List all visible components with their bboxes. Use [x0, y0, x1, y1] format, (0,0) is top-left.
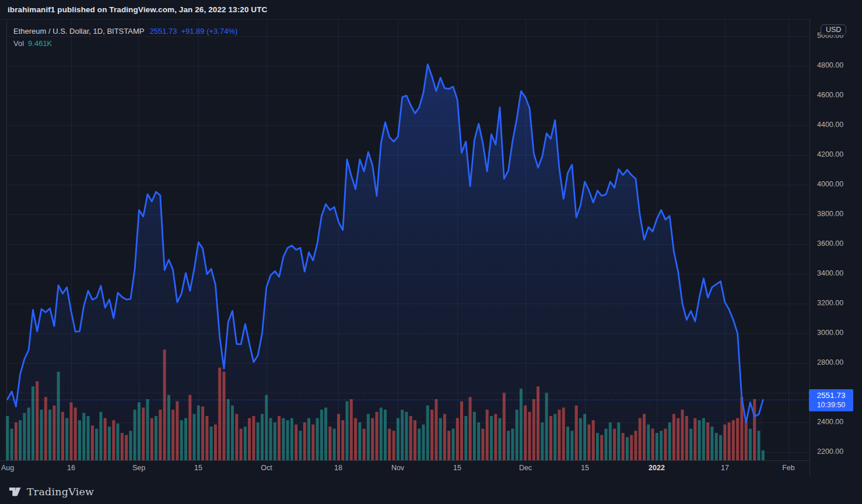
footer: TradingView — [8, 482, 94, 501]
volume-bar-down — [693, 418, 696, 460]
volume-bar-down — [524, 406, 527, 460]
volume-bar-down — [681, 410, 684, 460]
volume-bar-down — [240, 429, 243, 460]
time-scale-label: 2022 — [649, 464, 665, 472]
volume-bar-up — [422, 425, 425, 461]
volume-bar-up — [405, 412, 408, 460]
volume-bar-up — [269, 418, 272, 460]
volume-bar-up — [10, 429, 13, 460]
volume-bar-down — [414, 420, 416, 460]
volume-bar-down — [142, 408, 145, 461]
volume-bar-down — [248, 418, 251, 460]
time-scale-label: Dec — [519, 464, 532, 472]
volume-bar-up — [31, 386, 34, 460]
time-scale-label: 15 — [453, 464, 461, 472]
volume-bar-up — [65, 418, 68, 460]
currency-toggle-badge[interactable]: USD — [821, 24, 846, 36]
volume-bar-up — [57, 372, 60, 460]
volume-bar-down — [456, 418, 459, 460]
volume-bar-down — [685, 416, 688, 460]
volume-bar-up — [698, 420, 701, 460]
price-scale-label: 2200.00 — [817, 446, 843, 457]
volume-bar-up — [579, 418, 582, 460]
volume-bar-up — [689, 429, 692, 460]
volume-bar-down — [409, 416, 412, 460]
volume-bar-up — [418, 429, 421, 460]
volume-bar-down — [121, 433, 124, 460]
volume-bar-down — [528, 412, 531, 460]
chart-pane[interactable] — [0, 20, 810, 461]
volume-bar-up — [320, 410, 323, 460]
volume-bar-down — [278, 416, 281, 460]
volume-bar-up — [520, 389, 523, 460]
volume-bar-up — [609, 422, 612, 460]
volume-bar-down — [587, 425, 590, 461]
volume-bar-down — [214, 425, 217, 461]
volume-bar-down — [235, 414, 238, 460]
volume-bar-up — [656, 433, 658, 460]
price-scale-label: 4400.00 — [817, 119, 843, 130]
price-scale-label: 3000.00 — [817, 327, 843, 338]
volume-bar-down — [434, 399, 437, 460]
tradingview-logo-link[interactable]: TradingView — [8, 485, 94, 499]
volume-bar-up — [452, 429, 455, 460]
volume-bar-down — [91, 425, 94, 460]
volume-bar-down — [70, 403, 73, 461]
price-scale-label: 4600.00 — [817, 90, 843, 100]
volume-bar-down — [205, 416, 208, 460]
volume-bar-up — [138, 403, 141, 461]
volume-bar-down — [328, 427, 331, 460]
volume-bar-down — [15, 422, 17, 460]
volume-bar-down — [503, 393, 506, 460]
volume-bar-up — [257, 422, 260, 460]
volume-bar-down — [393, 431, 395, 460]
volume-bar-up — [647, 425, 650, 461]
volume-bar-down — [664, 429, 667, 460]
volume-bar-up — [210, 427, 213, 460]
volume-bar-down — [732, 420, 735, 460]
volume-bar-up — [274, 422, 276, 460]
volume-bar-up — [617, 422, 620, 460]
publish-banner-text: ibrahimanif1 published on TradingView.co… — [8, 5, 267, 14]
volume-bar-down — [350, 399, 353, 460]
time-scale-label: 15 — [194, 464, 202, 472]
volume-bar-down — [201, 407, 204, 460]
price-scale[interactable]: USD 2551.73 10:39:50 5000.004800.004600.… — [810, 19, 862, 475]
volume-bar-up — [23, 413, 26, 460]
last-price-badge-countdown: 10:39:50 — [809, 400, 853, 410]
volume-bar-down — [159, 410, 162, 460]
volume-bar-up — [758, 431, 761, 460]
time-scale-label: Feb — [782, 464, 795, 472]
volume-bar-up — [426, 406, 429, 460]
volume-bar-down — [558, 410, 560, 460]
volume-bar-up — [299, 431, 302, 460]
time-scale-label: 16 — [67, 464, 75, 472]
volume-bar-up — [261, 414, 264, 460]
volume-bar-up — [27, 408, 30, 461]
volume-bar-up — [702, 418, 705, 460]
volume-bar-down — [341, 420, 344, 460]
volume-bar-up — [48, 410, 51, 460]
time-scale-label: 15 — [581, 464, 589, 472]
volume-bar-up — [244, 427, 247, 460]
volume-bar-up — [19, 420, 22, 460]
volume-bar-up — [719, 435, 722, 460]
publish-banner: ibrahimanif1 published on TradingView.co… — [0, 0, 862, 19]
volume-bar-down — [44, 397, 47, 460]
volume-bar-up — [265, 395, 268, 460]
volume-bar-down — [295, 425, 297, 461]
volume-bar-up — [358, 422, 361, 460]
time-scale[interactable]: Aug16Sep15Oct18Nov15Dec15202217Feb — [0, 460, 862, 475]
volume-bar-down — [223, 372, 226, 460]
volume-bar-up — [583, 414, 586, 460]
volume-bar-down — [337, 414, 340, 460]
volume-bar-down — [736, 418, 739, 460]
volume-bar-up — [367, 414, 370, 460]
volume-bar-up — [6, 416, 9, 460]
volume-bar-down — [150, 418, 153, 460]
volume-bar-up — [95, 429, 98, 460]
volume-bar-down — [252, 416, 255, 460]
volume-bar-down — [672, 414, 675, 460]
volume-bar-down — [188, 395, 191, 460]
volume-bar-down — [303, 422, 306, 460]
